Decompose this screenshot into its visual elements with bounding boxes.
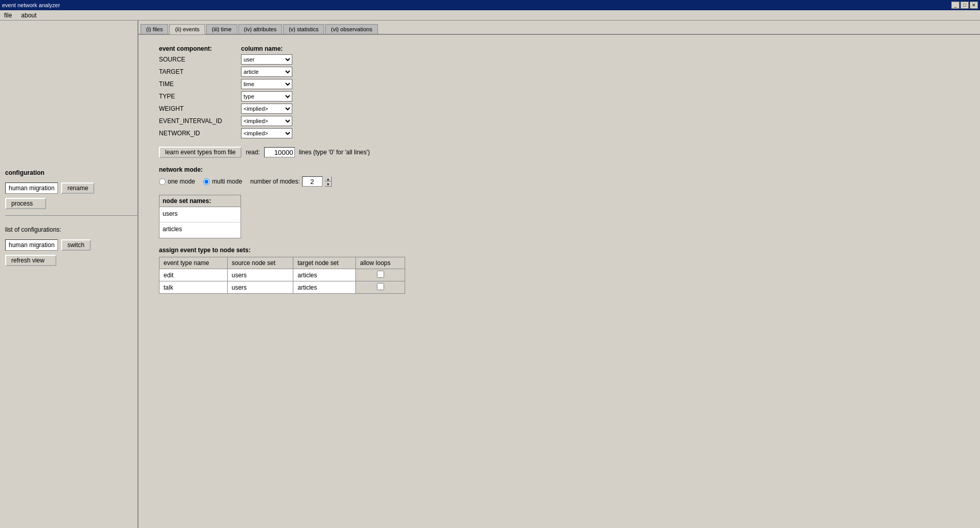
column-headers: event component: column name: — [159, 45, 959, 52]
close-button[interactable]: ✕ — [970, 2, 978, 9]
network-mode-section: network mode: one mode multi mode number… — [159, 166, 959, 187]
node-set-table: node set names: users articles — [159, 195, 241, 238]
row-event-type: edit — [159, 269, 228, 281]
column-name-header: column name: — [241, 45, 283, 52]
event-interval-label: EVENT_INTERVAL_ID — [159, 117, 241, 125]
assign-header-source: source node set — [227, 257, 293, 269]
network-id-row: NETWORK_ID <implied> — [159, 128, 959, 138]
multi-mode-text: multi mode — [212, 178, 242, 185]
refresh-button[interactable]: refresh view — [5, 255, 56, 266]
read-suffix: lines (type '0' for 'all lines') — [299, 149, 370, 156]
source-label: SOURCE — [159, 56, 241, 63]
node-set-users: users — [159, 207, 241, 222]
row-loops — [356, 269, 405, 281]
rename-button[interactable]: rename — [61, 182, 94, 194]
minimize-button[interactable]: _ — [951, 2, 959, 9]
node-set-articles: articles — [159, 222, 241, 238]
target-label: TARGET — [159, 68, 241, 75]
switch-button[interactable]: switch — [61, 239, 90, 251]
modes-label: number of modes: — [250, 178, 300, 185]
spinner-down[interactable]: ▼ — [325, 181, 332, 187]
event-interval-select[interactable]: <implied> — [241, 116, 292, 126]
time-label: TIME — [159, 80, 241, 88]
main-content: event component: column name: SOURCE use… — [138, 35, 980, 528]
tab-bar: (i) files (ii) events (iii) time (iv) at… — [138, 21, 980, 35]
spinner-up[interactable]: ▲ — [325, 176, 332, 181]
loops-checkbox-edit[interactable] — [377, 271, 384, 278]
assign-title: assign event type to node sets: — [159, 247, 959, 254]
type-select[interactable]: type — [241, 91, 292, 101]
row-loops — [356, 281, 405, 294]
sidebar: configuration human migration rename pro… — [0, 21, 138, 528]
target-select[interactable]: article — [241, 67, 292, 77]
source-row: SOURCE user — [159, 54, 959, 65]
network-mode-title: network mode: — [159, 166, 959, 173]
divider — [5, 215, 144, 216]
type-label: TYPE — [159, 93, 241, 100]
time-row: TIME time — [159, 79, 959, 89]
table-row: edit users articles — [159, 269, 405, 281]
config-row: human migration rename — [5, 182, 132, 194]
tab-observations[interactable]: (vi) observations — [325, 24, 378, 34]
multi-mode-radio[interactable] — [203, 178, 210, 185]
spinner-buttons: ▲ ▼ — [325, 176, 332, 187]
network-id-label: NETWORK_ID — [159, 130, 241, 137]
assign-table: event type name source node set target n… — [159, 257, 405, 294]
time-select[interactable]: time — [241, 79, 292, 89]
learn-types-button[interactable]: learn event types from file — [159, 147, 242, 158]
app-title: event network analyzer — [2, 2, 60, 8]
tab-time[interactable]: (iii) time — [206, 24, 237, 34]
table-row: talk users articles — [159, 281, 405, 294]
source-select[interactable]: user — [241, 54, 292, 65]
one-mode-text: one mode — [168, 178, 195, 185]
list-title: list of configurations: — [5, 226, 132, 233]
node-set-header: node set names: — [159, 195, 241, 207]
menu-bar: file about — [0, 10, 980, 21]
weight-row: WEIGHT <implied> — [159, 104, 959, 114]
list-item-display: human migration — [5, 239, 58, 251]
row-event-type: talk — [159, 281, 228, 294]
assign-header-loops: allow loops — [356, 257, 405, 269]
row-target: articles — [293, 269, 356, 281]
loops-checkbox-talk[interactable] — [377, 283, 384, 290]
modes-spinner: number of modes: ▲ ▼ — [250, 176, 332, 187]
tab-statistics[interactable]: (v) statistics — [283, 24, 324, 34]
tab-files[interactable]: (i) files — [141, 24, 168, 34]
menu-file[interactable]: file — [2, 11, 14, 20]
tab-events[interactable]: (ii) events — [169, 24, 205, 34]
tab-attributes[interactable]: (iv) attributes — [238, 24, 283, 34]
read-label: read: — [246, 149, 259, 156]
list-config-row: human migration switch — [5, 239, 132, 251]
main-layout: configuration human migration rename pro… — [0, 21, 980, 528]
one-mode-label[interactable]: one mode — [159, 178, 195, 185]
assign-section: assign event type to node sets: event ty… — [159, 247, 959, 294]
assign-header-event-type: event type name — [159, 257, 228, 269]
learn-row: learn event types from file read: lines … — [159, 147, 959, 158]
row-source: users — [227, 269, 293, 281]
title-bar: event network analyzer _ □ ✕ — [0, 0, 980, 10]
mode-row: one mode multi mode number of modes: ▲ ▼ — [159, 176, 959, 187]
maximize-button[interactable]: □ — [961, 2, 969, 9]
menu-about[interactable]: about — [19, 11, 38, 20]
weight-label: WEIGHT — [159, 105, 241, 112]
one-mode-radio[interactable] — [159, 178, 166, 185]
event-component-table: event component: column name: SOURCE use… — [159, 45, 959, 138]
weight-select[interactable]: <implied> — [241, 104, 292, 114]
multi-mode-label[interactable]: multi mode — [203, 178, 242, 185]
config-name-display: human migration — [5, 182, 58, 194]
type-row: TYPE type — [159, 91, 959, 101]
modes-input[interactable] — [302, 176, 323, 187]
target-row: TARGET article — [159, 67, 959, 77]
row-source: users — [227, 281, 293, 294]
row-target: articles — [293, 281, 356, 294]
process-button[interactable]: process — [5, 198, 46, 209]
configuration-title: configuration — [5, 169, 132, 176]
event-interval-row: EVENT_INTERVAL_ID <implied> — [159, 116, 959, 126]
read-input[interactable] — [264, 147, 295, 157]
network-id-select[interactable]: <implied> — [241, 128, 292, 138]
content-area: (i) files (ii) events (iii) time (iv) at… — [138, 21, 980, 528]
event-component-header: event component: — [159, 45, 241, 52]
assign-header-target: target node set — [293, 257, 356, 269]
